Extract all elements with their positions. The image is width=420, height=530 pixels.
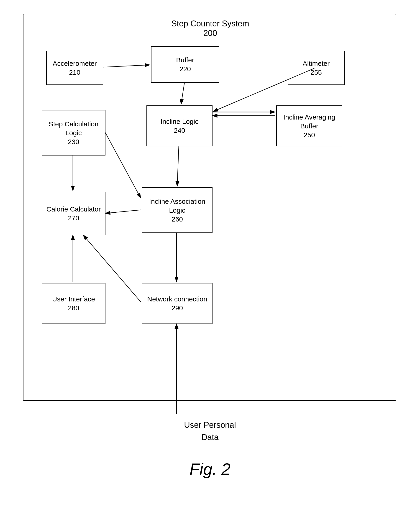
- calorie-box: Calorie Calculator 270: [42, 192, 105, 235]
- user-personal-data-label: User Personal Data: [184, 419, 236, 443]
- step-calc-box: Step Calculation Logic 230: [42, 110, 105, 156]
- user-interface-box: User Interface 280: [42, 283, 105, 324]
- accelerometer-box: Accelerometer 210: [46, 51, 103, 85]
- network-box: Network connection 290: [142, 283, 212, 324]
- incline-assoc-box: Incline Association Logic 260: [142, 187, 212, 233]
- incline-logic-box: Incline Logic 240: [147, 105, 212, 146]
- fig-caption: Fig. 2: [190, 460, 230, 479]
- system-title: Step Counter System 200: [23, 19, 397, 38]
- system-boundary-box: Step Counter System 200 Accelerometer 21…: [23, 14, 396, 401]
- buffer-box: Buffer 220: [151, 46, 219, 83]
- page: Step Counter System 200 Accelerometer 21…: [0, 0, 420, 530]
- incline-avg-box: Incline Averaging Buffer 250: [276, 105, 342, 146]
- altimeter-box: Altimeter 255: [288, 51, 345, 85]
